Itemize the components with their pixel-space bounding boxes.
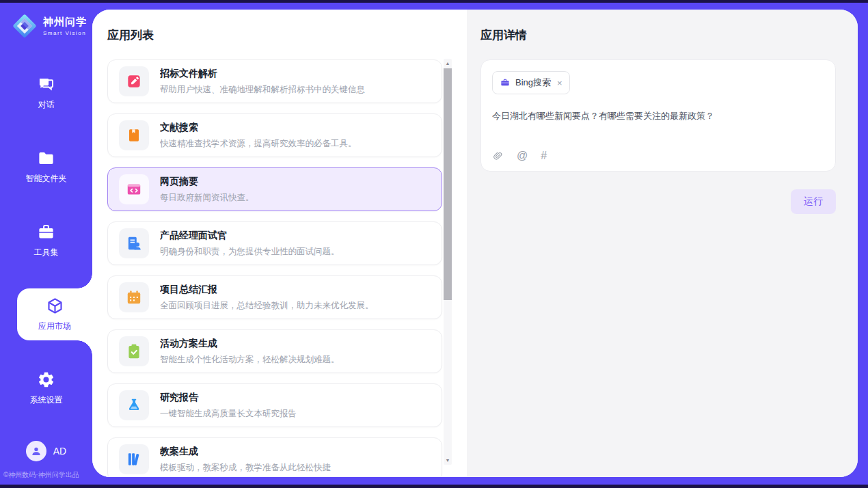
browser-icon bbox=[125, 180, 143, 198]
app-card-name: 产品经理面试官 bbox=[160, 230, 340, 242]
app-card-desc: 明确身份和职责，为您提供专业性的面试问题。 bbox=[160, 246, 340, 258]
app-card-desc: 每日政府新闻资讯快查。 bbox=[160, 192, 254, 204]
app-card-desc: 快速精准查找学术资源，提高研究效率的必备工具。 bbox=[160, 138, 357, 150]
sidebar-item-chat[interactable]: 对话 bbox=[0, 67, 92, 119]
brand-logo-icon bbox=[11, 12, 38, 40]
scrollbar-thumb[interactable] bbox=[444, 68, 452, 300]
pen-icon bbox=[125, 72, 143, 90]
brand: 神州问学 Smart Vision bbox=[0, 3, 92, 40]
sidebar-item-label: 应用市场 bbox=[38, 321, 71, 332]
app-card-name: 网页摘要 bbox=[160, 176, 254, 188]
calendar-icon bbox=[125, 288, 143, 306]
user-initials: AD bbox=[53, 446, 66, 457]
tool-chip-label: Bing搜索 bbox=[515, 77, 551, 89]
attachment-icon[interactable] bbox=[492, 150, 504, 162]
app-card-name: 招标文件解析 bbox=[160, 68, 365, 80]
scroll-up-arrow[interactable]: ▲ bbox=[444, 59, 452, 68]
app-card-research-report[interactable]: 研究报告 一键智能生成高质量长文本研究报告 bbox=[107, 383, 442, 427]
app-list-panel: 应用列表 招标文件解析 帮助用户快速、准确地理解和解析招标书中的关键信息 bbox=[92, 10, 467, 477]
app-list-title: 应用列表 bbox=[107, 27, 467, 43]
app-card-web-summary[interactable]: 网页摘要 每日政府新闻资讯快查。 bbox=[107, 167, 442, 211]
app-card-list: 招标文件解析 帮助用户快速、准确地理解和解析招标书中的关键信息 文献搜索 快速精… bbox=[107, 59, 442, 477]
sidebar-item-label: 工具集 bbox=[34, 247, 59, 258]
gear-icon bbox=[37, 370, 55, 389]
app-card-name: 活动方案生成 bbox=[160, 338, 340, 350]
query-input[interactable]: 今日湖北有哪些新闻要点？有哪些需要关注的最新政策？ bbox=[492, 109, 824, 123]
avatar bbox=[26, 441, 46, 461]
scroll-down-arrow[interactable]: ▼ bbox=[444, 456, 452, 465]
cube-icon bbox=[46, 297, 64, 315]
brand-name: 神州问学 bbox=[43, 16, 87, 29]
run-button[interactable]: 运行 bbox=[791, 189, 836, 214]
sidebar-item-label: 智能文件夹 bbox=[26, 173, 67, 185]
app-card-desc: 全面回顾项目进展，总结经验教训，助力未来优化发展。 bbox=[160, 300, 374, 312]
close-icon[interactable]: × bbox=[557, 78, 562, 88]
app-card-desc: 一键智能生成高质量长文本研究报告 bbox=[160, 408, 297, 420]
top-frame-stripe bbox=[0, 0, 868, 3]
books-icon bbox=[125, 450, 143, 468]
bottom-frame-stripe bbox=[0, 485, 868, 488]
app-card-project-summary[interactable]: 项目总结汇报 全面回顾项目进展，总结经验教训，助力未来优化发展。 bbox=[107, 275, 442, 319]
sidebar-item-smart-folder[interactable]: 智能文件夹 bbox=[0, 141, 92, 193]
app-input-card: Bing搜索 × 今日湖北有哪些新闻要点？有哪些需要关注的最新政策？ @ # bbox=[480, 59, 836, 172]
sidebar: 神州问学 Smart Vision 对话 智能文件夹 工具集 bbox=[0, 3, 92, 485]
app-detail-title: 应用详情 bbox=[480, 27, 836, 43]
mention-icon[interactable]: @ bbox=[517, 150, 528, 162]
app-card-desc: 模板驱动，教案秒成，教学准备从此轻松快捷 bbox=[160, 462, 331, 474]
interview-icon bbox=[125, 234, 143, 252]
app-card-activity-plan[interactable]: 活动方案生成 智能生成个性化活动方案，轻松解决规划难题。 bbox=[107, 329, 442, 373]
user-row[interactable]: AD bbox=[0, 441, 92, 461]
tool-chip-bing-search[interactable]: Bing搜索 × bbox=[492, 71, 570, 94]
app-card-desc: 帮助用户快速、准确地理解和解析招标书中的关键信息 bbox=[160, 84, 365, 96]
toolbox-icon bbox=[37, 223, 55, 241]
hashtag-icon[interactable]: # bbox=[541, 150, 547, 162]
app-card-name: 项目总结汇报 bbox=[160, 284, 374, 296]
input-toolbar: @ # bbox=[492, 150, 547, 162]
app-detail-panel: 应用详情 Bing搜索 × 今日湖北有哪些新闻要点？有哪些需要关注的最新政策？ bbox=[467, 10, 858, 477]
app-card-bid-analysis[interactable]: 招标文件解析 帮助用户快速、准确地理解和解析招标书中的关键信息 bbox=[107, 59, 442, 103]
app-card-lesson-plan[interactable]: 教案生成 模板驱动，教案秒成，教学准备从此轻松快捷 bbox=[107, 437, 442, 477]
app-card-desc: 智能生成个性化活动方案，轻松解决规划难题。 bbox=[160, 354, 340, 366]
sidebar-footer: ©神州数码·神州问学出品 bbox=[3, 470, 79, 480]
book-icon bbox=[125, 126, 143, 144]
main-panel: 应用列表 招标文件解析 帮助用户快速、准确地理解和解析招标书中的关键信息 bbox=[92, 10, 858, 477]
chat-icon bbox=[37, 75, 55, 94]
flask-icon bbox=[125, 396, 143, 414]
app-list-scrollbar[interactable]: ▲ ▼ bbox=[444, 59, 452, 465]
brand-subtitle: Smart Vision bbox=[43, 30, 87, 36]
sidebar-item-label: 系统设置 bbox=[30, 394, 63, 406]
clipboard-icon bbox=[125, 342, 143, 360]
sidebar-item-toolkit[interactable]: 工具集 bbox=[0, 215, 92, 267]
app-card-name: 教案生成 bbox=[160, 446, 331, 458]
sidebar-nav: 对话 智能文件夹 工具集 应用市场 bbox=[0, 67, 92, 436]
app-card-name: 文献搜索 bbox=[160, 122, 357, 134]
app-card-pm-interviewer[interactable]: 产品经理面试官 明确身份和职责，为您提供专业性的面试问题。 bbox=[107, 221, 442, 265]
app-card-literature-search[interactable]: 文献搜索 快速精准查找学术资源，提高研究效率的必备工具。 bbox=[107, 113, 442, 157]
app-card-name: 研究报告 bbox=[160, 392, 297, 404]
sidebar-item-settings[interactable]: 系统设置 bbox=[0, 362, 92, 414]
folder-icon bbox=[37, 149, 55, 167]
sidebar-item-app-market[interactable]: 应用市场 bbox=[17, 288, 92, 340]
sidebar-item-label: 对话 bbox=[38, 99, 55, 111]
briefcase-icon bbox=[500, 77, 511, 88]
person-icon bbox=[30, 445, 42, 457]
